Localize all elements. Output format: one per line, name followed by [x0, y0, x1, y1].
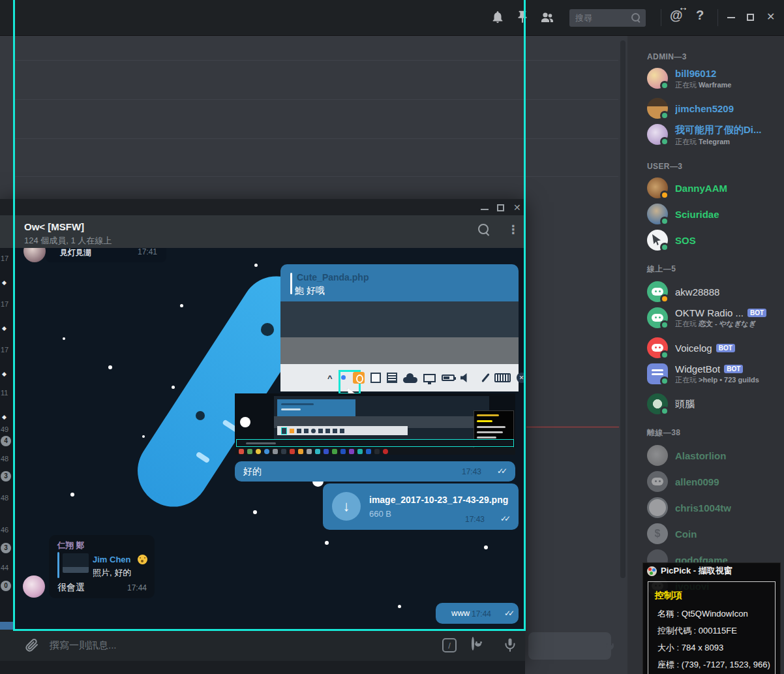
- microphone-icon[interactable]: [502, 637, 518, 652]
- menu-kebab-icon[interactable]: ⋮: [507, 222, 519, 237]
- unread-badge: 3: [1, 543, 11, 553]
- online-dot: [660, 406, 669, 416]
- kissing-emoji: [138, 555, 147, 564]
- close-button[interactable]: ✕: [766, 12, 775, 22]
- member-name: chris1004tw: [675, 502, 731, 513]
- member-row[interactable]: 頭腦: [627, 393, 784, 414]
- file-message[interactable]: ↓ image_2017-10-23_17-43-29.png 660 B 17…: [323, 483, 519, 530]
- avatar: [647, 230, 668, 251]
- tray-chevron-icon: ^: [327, 373, 333, 383]
- member-row[interactable]: akw28888: [627, 281, 784, 302]
- member-name: WidgetBot: [675, 363, 720, 375]
- picpick-tooltip-body: 控制項 名稱Qt5QWindowIcon 控制代碼000115FE 大小784 …: [648, 581, 776, 674]
- chat-subtitle: 124 個成員, 1 人在線上: [24, 235, 112, 247]
- member-row[interactable]: $ Coin: [627, 523, 784, 544]
- avatar: [647, 204, 668, 224]
- telegram-chat-header[interactable]: Ow< [MSFW] 124 個成員, 1 人在線上: [0, 215, 525, 248]
- help-icon[interactable]: ?: [696, 8, 704, 23]
- chat-avatar-stub: ◆: [2, 371, 7, 377]
- member-status: 正在玩 Warframe: [675, 80, 731, 90]
- outgoing-message[interactable]: 好的 17:43 ✓✓: [235, 461, 515, 482]
- sender-name[interactable]: 仁翔 鄭: [57, 540, 84, 551]
- message-divider: [15, 60, 618, 61]
- resize-cursor-icon: ↔: [678, 1, 688, 12]
- avatar[interactable]: [23, 575, 45, 598]
- member-row[interactable]: 我可能用了假的Di... 正在玩 Telegram: [627, 124, 784, 149]
- bot-command-icon[interactable]: /: [442, 638, 457, 652]
- member-name: OKTW Radio ...: [675, 307, 744, 318]
- download-icon[interactable]: ↓: [332, 492, 361, 521]
- incoming-message[interactable]: 仁翔 鄭 Jim Chen 照片, 好的 很會選 17:44: [49, 535, 155, 598]
- tray-pen-icon: [481, 373, 490, 382]
- member-row[interactable]: SOS: [627, 230, 784, 251]
- picpick-field: 大小784 x 8093: [657, 642, 768, 654]
- unread-badge: 3: [1, 471, 11, 482]
- avatar: [647, 363, 668, 384]
- tray-list-icon: [387, 373, 397, 383]
- search-icon[interactable]: [478, 224, 490, 236]
- idle-dot: [660, 191, 669, 200]
- online-dot: [660, 217, 669, 226]
- member-row[interactable]: bill96012 正在玩 Warframe: [627, 68, 784, 93]
- avatar: [647, 337, 668, 358]
- avatar: [647, 124, 668, 145]
- read-checks-icon: ✓✓: [497, 467, 505, 476]
- minimize-button[interactable]: [727, 17, 735, 18]
- discord-message-input[interactable]: [528, 632, 611, 660]
- online-dot: [660, 137, 669, 146]
- nested-input-bar: [236, 439, 514, 447]
- unread-badge: 4: [1, 436, 11, 446]
- avatar: [647, 281, 668, 302]
- chat-scrollbar[interactable]: [620, 40, 626, 578]
- pin-icon[interactable]: [515, 10, 531, 25]
- bot-badge: BOT: [716, 344, 735, 352]
- star: [254, 264, 258, 267]
- message-image-screenshot[interactable]: ^ ✕: [280, 301, 519, 391]
- outgoing-message[interactable]: Cute_Panda.php 鮑 好哦: [280, 264, 519, 301]
- star: [172, 386, 175, 389]
- message-text: 好的: [243, 466, 262, 478]
- minimize-button[interactable]: [481, 209, 489, 210]
- telegram-chatlist-sliver[interactable]: 17 ◆ 17 ◆ 17 ◆ 11 ◆ 49 4 48 3 48 46 3 44…: [0, 215, 13, 661]
- member-row[interactable]: DannyAAM: [627, 177, 784, 198]
- discord-titlebar: @ ? ✕: [0, 0, 784, 36]
- maximize-button[interactable]: [497, 204, 504, 211]
- member-row[interactable]: chris1004tw: [627, 497, 784, 518]
- member-row[interactable]: Alastorlion: [627, 445, 784, 466]
- member-section-admin: ADMIN—3: [647, 52, 784, 61]
- nested-bubble: [277, 399, 355, 416]
- message-text: 鮑 好哦: [295, 285, 325, 297]
- reply-quote-title[interactable]: Cute_Panda.php: [297, 272, 369, 283]
- member-row[interactable]: Sciuridae: [627, 204, 784, 224]
- sender-name[interactable]: 見灯見淜: [60, 247, 91, 258]
- telegram-message-input[interactable]: 撰寫一則訊息... /: [0, 630, 525, 661]
- close-button[interactable]: ✕: [513, 202, 521, 213]
- avatar: [647, 497, 668, 518]
- chat-time: 17: [1, 300, 8, 308]
- member-row[interactable]: allen0099: [627, 471, 784, 492]
- outgoing-message[interactable]: www 17:44 ✓✓: [436, 603, 519, 624]
- maximize-button[interactable]: [747, 14, 754, 21]
- message-time: 17:41: [138, 247, 157, 256]
- star: [325, 541, 329, 545]
- online-dot: [660, 81, 669, 90]
- picpick-logo-icon: [647, 566, 657, 576]
- member-section-online: 線上—5: [647, 264, 784, 275]
- member-row[interactable]: WidgetBotBOT 正在玩 >help • 723 guilds: [627, 363, 784, 388]
- member-row[interactable]: VoicelogBOT: [627, 337, 784, 358]
- member-row[interactable]: OKTW Radio ...BOT 正在玩 恋文 - やなぎなぎ: [627, 307, 784, 332]
- star: [253, 510, 257, 514]
- member-name: akw28888: [675, 286, 719, 298]
- chat-time: 49: [1, 425, 8, 433]
- tray-cloud-icon: [403, 377, 417, 383]
- reply-quote-bar: [290, 273, 292, 294]
- attach-icon[interactable]: [23, 637, 39, 653]
- member-row[interactable]: jimchen5209: [627, 98, 784, 119]
- reply-author[interactable]: Jim Chen: [93, 555, 131, 564]
- emoji-icon[interactable]: [472, 638, 474, 650]
- message-image-nested-screenshot[interactable]: [235, 393, 515, 455]
- members-icon[interactable]: [539, 10, 555, 25]
- picpick-tooltip: PicPick - 擷取視窗 控制項 名稱Qt5QWindowIcon 控制代碼…: [642, 562, 781, 674]
- file-size: 660 B: [369, 509, 391, 519]
- bell-icon[interactable]: [490, 10, 506, 25]
